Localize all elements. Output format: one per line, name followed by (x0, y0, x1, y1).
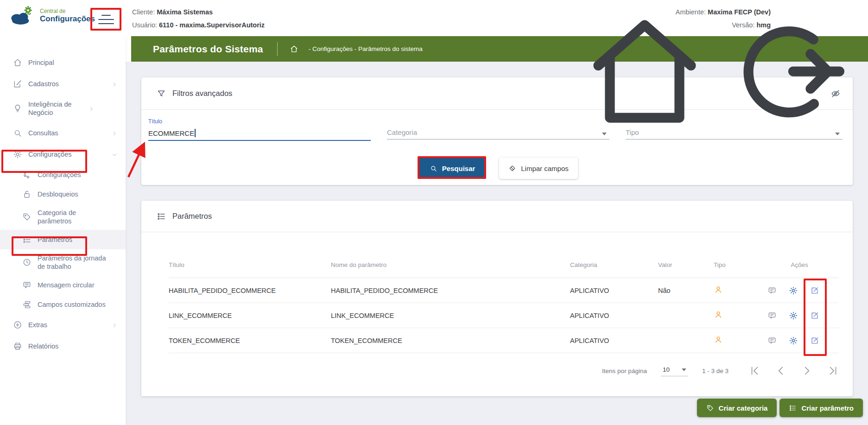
chevron-right-icon (112, 130, 117, 136)
cell-nome: LINK_ECOMMERCE (331, 312, 570, 319)
cell-categoria: APLICATIVO (570, 287, 658, 294)
filter-funnel-icon (157, 89, 166, 98)
cell-categoria: APLICATIVO (570, 312, 658, 319)
sidebar-item-configuracoes[interactable]: Configurações (0, 144, 126, 165)
unlock-icon (22, 190, 32, 199)
cloud-gear-logo-icon (8, 6, 35, 25)
app-screen: Central de Configurações Cliente: Máxima… (0, 0, 868, 425)
lightbulb-icon (13, 104, 22, 113)
table-header-row: Título Nome do parâmetro Categoria Valor… (169, 252, 839, 278)
cell-nome: HABILITA_PEDIDO_ECOMMERCE (331, 287, 570, 294)
header-client-user: Cliente: Máxima Sistemas Usuário: 6110 -… (132, 6, 265, 32)
list-icon (789, 404, 797, 412)
breadcrumb: - Configurações - Parâmetros do sistema (309, 45, 423, 52)
title-divider (277, 42, 278, 56)
items-per-page-select[interactable]: 10 (661, 365, 688, 376)
hamburger-menu-icon[interactable] (95, 12, 117, 27)
text-cursor (195, 129, 196, 137)
comment-icon[interactable] (767, 286, 777, 295)
sidebar-subitem-configuracoes[interactable]: Configurações (0, 165, 126, 184)
next-page-icon[interactable] (801, 365, 813, 377)
tag-icon (22, 212, 32, 222)
sidebar-item-cadastros[interactable]: Cadastros (0, 73, 126, 95)
gear-icon (13, 150, 22, 159)
breadcrumb-home-icon[interactable] (290, 44, 298, 53)
search-icon (13, 128, 22, 138)
limpar-campos-button[interactable]: Limpar campos (499, 158, 578, 179)
parameters-card: Parâmetros Título Nome do parâmetro Cate… (141, 201, 853, 396)
cell-titulo: HABILITA_PEDIDO_ECOMMERCE (169, 287, 331, 294)
client-label: Cliente: (132, 8, 155, 16)
page-range: 1 - 3 de 3 (702, 368, 729, 374)
gear-icon[interactable] (789, 336, 798, 345)
parameters-title: Parâmetros (172, 212, 212, 221)
sidebar-nav: Principal Cadastros Inteligência de Negó… (0, 36, 126, 425)
home-icon (13, 58, 22, 67)
nodes-icon (22, 170, 32, 179)
paginator: Itens por página 10 1 - 3 de 3 (169, 357, 839, 385)
user-label: Usuário: (132, 21, 157, 29)
home-icon[interactable] (575, 2, 714, 141)
col-valor: Valor (658, 261, 714, 268)
layers-icon (22, 300, 32, 309)
edit-icon[interactable] (810, 286, 819, 295)
chevron-down-icon (112, 152, 117, 157)
titulo-input[interactable]: Título ECOMMERCE (148, 118, 371, 141)
sidebar-item-inteligencia-de-negocio[interactable]: Inteligência de Negócio (0, 95, 126, 122)
clock-icon (22, 258, 32, 267)
client-value: Máxima Sistemas (157, 8, 213, 16)
table-row: TOKEN_ECOMMERCE TOKEN_ECOMMERCE APLICATI… (169, 328, 839, 353)
sidebar-subitem-categoria-de-parametros[interactable]: Categoria de parâmetros (0, 204, 126, 230)
sidebar-item-principal[interactable]: Principal (0, 52, 126, 73)
comment-icon[interactable] (767, 311, 777, 320)
app-header: Central de Configurações Cliente: Máxima… (0, 0, 868, 36)
col-tipo: Tipo (714, 261, 760, 268)
dropdown-arrow-icon (682, 368, 686, 371)
col-titulo: Título (169, 261, 331, 268)
sidebar-subitem-parametros-jornada[interactable]: Parâmetros da jornada de trabalho (0, 249, 126, 275)
chevron-right-icon (112, 81, 117, 87)
sidebar-subitem-mensagem-circular[interactable]: Mensagem circular (0, 275, 126, 295)
printer-icon (13, 342, 22, 351)
titulo-value: ECOMMERCE (148, 129, 194, 137)
cell-categoria: APLICATIVO (570, 337, 658, 344)
sidebar-subitem-campos-customizados[interactable]: Campos customizados (0, 295, 126, 314)
app-logo: Central de Configurações (8, 6, 95, 25)
col-categoria: Categoria (570, 261, 658, 268)
criar-categoria-button[interactable]: Criar categoria (697, 399, 777, 417)
sidebar-item-extras[interactable]: Extras (0, 314, 126, 336)
page-title: Parâmetros do Sistema (153, 44, 263, 55)
criar-parametro-button[interactable]: Criar parâmetro (779, 399, 863, 417)
table-row: LINK_ECOMMERCE LINK_ECOMMERCE APLICATIVO (169, 303, 839, 328)
message-icon (22, 280, 32, 290)
first-page-icon[interactable] (749, 365, 761, 377)
tag-icon (706, 404, 714, 412)
plus-circle-icon (13, 320, 22, 330)
gear-icon[interactable] (789, 286, 798, 295)
pesquisar-button[interactable]: Pesquisar (418, 158, 486, 179)
cell-titulo: TOKEN_ECOMMERCE (169, 337, 331, 344)
sidebar-subitem-parametros[interactable]: Parâmetros (0, 230, 126, 249)
parameters-table: Título Nome do parâmetro Categoria Valor… (169, 252, 839, 353)
filters-title: Filtros avançados (172, 89, 232, 98)
col-acoes: Ações (760, 261, 839, 268)
last-page-icon[interactable] (827, 365, 839, 377)
gear-icon[interactable] (789, 311, 798, 320)
person-icon (714, 310, 760, 321)
previous-page-icon[interactable] (775, 365, 787, 377)
table-row: HABILITA_PEDIDO_ECOMMERCE HABILITA_PEDID… (169, 278, 839, 303)
sidebar-item-relatorios[interactable]: Relatórios (0, 336, 126, 357)
sidebar-subitem-desbloqueios[interactable]: Desbloqueios (0, 184, 126, 204)
cell-valor: Não (658, 287, 714, 294)
comment-icon[interactable] (767, 336, 777, 345)
cell-nome: TOKEN_ECOMMERCE (331, 337, 570, 344)
edit-icon[interactable] (810, 311, 819, 320)
search-icon (430, 165, 437, 172)
titulo-label: Título (148, 118, 371, 125)
edit-icon[interactable] (810, 336, 819, 345)
logout-icon[interactable] (718, 2, 857, 141)
edit-icon (13, 79, 22, 89)
col-nome: Nome do parâmetro (331, 261, 570, 268)
sidebar-item-consultas[interactable]: Consultas (0, 122, 126, 144)
chevron-right-icon (112, 322, 117, 328)
